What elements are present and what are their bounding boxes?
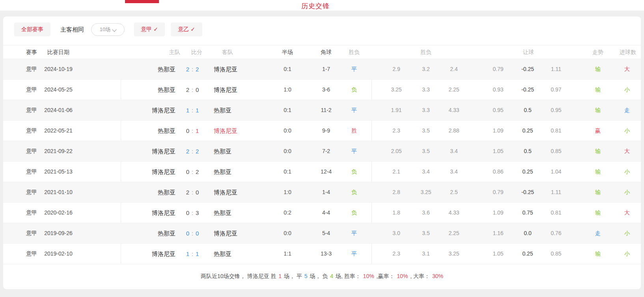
halftime-cell: 0:0 — [284, 121, 291, 141]
summary-segment: , 大率： — [409, 273, 431, 279]
league-cell: 意甲 — [26, 162, 37, 182]
away-team: 博洛尼亚 — [214, 223, 237, 243]
corners-cell: 11-2 — [321, 100, 332, 120]
league-cell: 意甲 — [26, 244, 37, 264]
handicap-odds-cell: 1.05 — [493, 244, 503, 264]
league-cell: 意甲 — [26, 100, 37, 120]
corners-cell: 5-4 — [322, 223, 330, 243]
table-row: 意甲2021-01-10热那亚2:0博洛尼亚1:01-4负2.83.252.50… — [3, 182, 641, 203]
table-row: 意甲2024-10-19热那亚2:2博洛尼亚0:11-7平2.93.22.40.… — [3, 59, 641, 80]
odds-cell: 1.91 — [391, 100, 401, 120]
check-icon: ✓ — [153, 26, 158, 32]
handicap-line-cell: 0.25 — [522, 162, 533, 182]
odds-cell: 2.9 — [392, 59, 400, 79]
handicap-odds-cell: 1.11 — [551, 182, 561, 202]
summary-text: 两队近10场交锋， 博洛尼亚 胜 1 场， 平 5 场， 负 4 场, 胜率： … — [3, 264, 641, 288]
handicap-odds-cell: 0.86 — [493, 162, 503, 182]
home-team: 热那亚 — [105, 59, 175, 79]
odds-cell: 2.1 — [392, 162, 400, 182]
date-cell: 2024-01-06 — [44, 100, 73, 120]
header-league: 赛事 — [26, 45, 37, 59]
league-cell: 意甲 — [26, 223, 37, 243]
result-cell: 负 — [351, 182, 357, 202]
goals-cell: 大 — [624, 203, 630, 223]
odds-cell: 2.5 — [450, 182, 457, 202]
table-row: 意甲2019-09-26热那亚0:0博洛尼亚0:05-4平3.03.52.251… — [3, 223, 641, 244]
odds-cell: 1.8 — [392, 203, 400, 223]
away-team: 热那亚 — [214, 244, 231, 264]
date-cell: 2020-02-16 — [44, 203, 73, 223]
away-score: 0 — [196, 230, 199, 237]
handicap-odds-cell: 0.79 — [493, 182, 503, 202]
corners-cell: 1-7 — [322, 59, 330, 79]
handicap-odds-cell: 0.76 — [551, 223, 561, 243]
trend-cell: 走 — [595, 223, 601, 243]
header-date: 比赛日期 — [47, 45, 69, 59]
result-cell: 胜 — [351, 121, 357, 141]
summary-segment: 10% — [363, 273, 374, 279]
goals-cell: 小 — [624, 244, 630, 264]
summary-segment: 1 — [278, 273, 282, 279]
goals-cell: 小 — [624, 182, 630, 202]
corners-cell: 7-2 — [322, 141, 330, 161]
table-header: 赛事 比赛日期 主队 比分 客队 半场 角球 胜负 胜负 让球 走势 进球数 — [3, 45, 641, 59]
odds-cell: 3.5 — [422, 121, 429, 141]
table-row: 意甲2024-01-06博洛尼亚1:1热那亚0:111-2平1.913.34.3… — [3, 100, 641, 121]
header-home: 主队 — [169, 45, 180, 59]
away-score: 2 — [196, 66, 199, 73]
header-halftime: 半场 — [282, 45, 293, 59]
score-cell: 1:1 — [186, 100, 199, 121]
home-score: 0 — [186, 209, 189, 216]
summary-segment: 10% — [397, 273, 408, 279]
result-cell: 平 — [351, 141, 357, 161]
corners-cell: 9-9 — [322, 121, 330, 141]
trend-cell: 输 — [595, 141, 601, 161]
halftime-cell: 1:1 — [284, 244, 291, 264]
score-colon: : — [192, 169, 193, 175]
handicap-line-cell: 0.5 — [524, 141, 531, 161]
handicap-line-cell: 0.25 — [522, 121, 533, 141]
same-home-away-option[interactable]: 主客相同 — [60, 22, 84, 36]
odds-cell: 3.4 — [450, 141, 457, 161]
odds-cell: 2.3 — [392, 121, 400, 141]
all-matches-label: 全部赛事 — [21, 26, 43, 32]
odds-cell: 2.8 — [392, 182, 400, 202]
all-matches-button[interactable]: 全部赛事 — [14, 22, 50, 36]
header-trend: 走势 — [592, 45, 603, 59]
away-score: 1 — [196, 107, 199, 114]
away-team: 博洛尼亚 — [214, 182, 237, 202]
odds-cell: 3.1 — [422, 244, 429, 264]
odds-cell: 2.3 — [392, 244, 400, 264]
odds-cell: 3.0 — [392, 223, 400, 243]
summary-segment: 两队近10场交锋， 博洛尼亚 胜 — [201, 273, 278, 279]
handicap-odds-cell: 0.93 — [493, 80, 503, 100]
odds-cell: 2.88 — [448, 121, 459, 141]
header-corners: 角球 — [321, 45, 332, 59]
summary-segment: 场， 负 — [308, 273, 330, 279]
odds-cell: 3.5 — [422, 223, 429, 243]
halftime-cell: 0:1 — [284, 100, 291, 120]
home-team: 热那亚 — [105, 121, 175, 141]
goals-cell: 小 — [624, 80, 630, 100]
date-cell: 2021-09-22 — [44, 141, 73, 161]
serie-b-filter-button[interactable]: 意乙✓ — [171, 22, 202, 36]
halftime-cell: 0:1 — [284, 162, 291, 182]
home-score: 1 — [186, 250, 189, 257]
home-team: 热那亚 — [105, 223, 175, 243]
handicap-odds-cell: 1.09 — [493, 203, 503, 223]
league-cell: 意甲 — [26, 80, 37, 100]
odds-cell: 3.3 — [422, 80, 429, 100]
odds-cell: 2.05 — [391, 141, 401, 161]
serie-a-filter-button[interactable]: 意甲✓ — [134, 22, 165, 36]
trend-cell: 赢 — [595, 121, 601, 141]
home-team: 博洛尼亚 — [105, 100, 175, 120]
table-rows: 意甲2024-10-19热那亚2:2博洛尼亚0:11-7平2.93.22.40.… — [3, 59, 641, 264]
trend-cell: 输 — [595, 100, 601, 120]
match-count-dropdown[interactable]: 10场 — [91, 23, 125, 36]
result-cell: 平 — [351, 59, 357, 79]
header-handicap: 让球 — [523, 45, 534, 59]
score-colon: : — [192, 251, 193, 257]
corners-cell: 1-4 — [322, 182, 330, 202]
header-goals: 进球数 — [620, 45, 636, 59]
corners-cell: 13-3 — [321, 244, 332, 264]
